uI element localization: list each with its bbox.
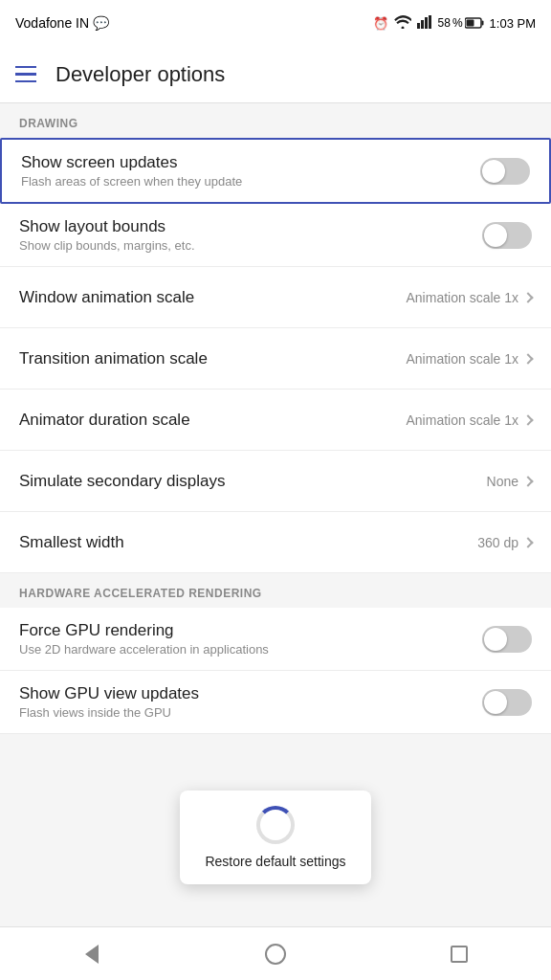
status-icons: ⏰ 58% 1:03 PM	[373, 15, 536, 32]
show-gpu-view-updates-toggle[interactable]	[482, 689, 532, 716]
wifi-icon	[394, 15, 411, 32]
force-gpu-rendering-item[interactable]: Force GPU rendering Use 2D hardware acce…	[0, 608, 551, 671]
home-button[interactable]	[256, 935, 295, 973]
show-layout-bounds-title: Show layout bounds	[19, 217, 482, 236]
carrier-info: Vodafone IN 💬	[15, 15, 109, 31]
show-screen-updates-title: Show screen updates	[21, 153, 480, 172]
show-gpu-view-updates-title: Show GPU view updates	[19, 684, 482, 703]
window-animation-scale-title: Window animation scale	[19, 288, 406, 307]
restore-defaults-text: Restore default settings	[205, 854, 345, 869]
battery-percent: 58	[438, 16, 451, 30]
hardware-section-header: HARDWARE ACCELERATED RENDERING	[0, 573, 551, 608]
svg-rect-3	[429, 15, 431, 29]
svg-rect-1	[421, 20, 424, 29]
smallest-width-value: 360 dp	[477, 535, 518, 550]
restore-defaults-popup: Restore default settings	[180, 791, 371, 884]
animator-duration-scale-chevron	[522, 414, 533, 425]
animator-duration-scale-value: Animation scale 1x	[406, 412, 518, 428]
simulate-secondary-displays-title: Simulate secondary displays	[19, 472, 487, 491]
recents-icon	[451, 946, 468, 963]
svg-rect-5	[481, 21, 483, 26]
smallest-width-chevron	[522, 537, 533, 547]
animator-duration-scale-title: Animator duration scale	[19, 411, 406, 430]
show-layout-bounds-item[interactable]: Show layout bounds Show clip bounds, mar…	[0, 204, 551, 267]
recents-button[interactable]	[440, 935, 478, 973]
show-screen-updates-toggle[interactable]	[480, 158, 530, 185]
simulate-secondary-displays-item[interactable]: Simulate secondary displays None	[0, 451, 551, 512]
drawing-section-header: DRAWING	[0, 103, 551, 138]
smallest-width-title: Smallest width	[19, 533, 477, 552]
smallest-width-item[interactable]: Smallest width 360 dp	[0, 512, 551, 573]
page-title: Developer options	[55, 62, 225, 87]
alarm-icon: ⏰	[373, 16, 388, 31]
force-gpu-rendering-title: Force GPU rendering	[19, 621, 482, 640]
carrier-text: Vodafone IN	[15, 15, 89, 31]
time-text: 1:03 PM	[490, 16, 536, 31]
transition-animation-scale-value: Animation scale 1x	[406, 351, 518, 367]
show-layout-bounds-toggle[interactable]	[482, 222, 532, 249]
signal-icon	[417, 15, 432, 32]
transition-animation-scale-item[interactable]: Transition animation scale Animation sca…	[0, 328, 551, 390]
loading-spinner	[256, 806, 295, 844]
simulate-secondary-displays-chevron	[522, 476, 533, 486]
svg-rect-0	[417, 23, 420, 29]
status-bar: Vodafone IN 💬 ⏰ 58% 1:03 PM	[0, 0, 551, 46]
transition-animation-scale-chevron	[522, 353, 533, 364]
force-gpu-rendering-toggle[interactable]	[482, 626, 532, 653]
show-screen-updates-subtitle: Flash areas of screen when they update	[21, 174, 480, 189]
window-animation-scale-value: Animation scale 1x	[406, 290, 518, 305]
menu-button[interactable]	[15, 66, 36, 83]
show-gpu-view-updates-subtitle: Flash views inside the GPU	[19, 705, 482, 720]
back-button[interactable]	[73, 935, 111, 973]
top-bar: Developer options	[0, 46, 551, 103]
show-gpu-view-updates-item[interactable]: Show GPU view updates Flash views inside…	[0, 671, 551, 734]
bottom-nav	[0, 926, 551, 980]
svg-rect-6	[466, 20, 474, 27]
home-icon	[265, 944, 286, 965]
show-layout-bounds-subtitle: Show clip bounds, margins, etc.	[19, 238, 482, 253]
window-animation-scale-chevron	[522, 292, 533, 302]
transition-animation-scale-title: Transition animation scale	[19, 349, 406, 368]
window-animation-scale-item[interactable]: Window animation scale Animation scale 1…	[0, 267, 551, 328]
show-screen-updates-item[interactable]: Show screen updates Flash areas of scree…	[0, 138, 551, 204]
carrier-icon: 💬	[93, 15, 109, 31]
svg-rect-2	[425, 17, 428, 29]
animator-duration-scale-item[interactable]: Animator duration scale Animation scale …	[0, 390, 551, 451]
simulate-secondary-displays-value: None	[487, 474, 518, 489]
back-icon	[85, 945, 99, 964]
battery-info: 58%	[438, 16, 484, 30]
force-gpu-rendering-subtitle: Use 2D hardware acceleration in applicat…	[19, 642, 482, 657]
